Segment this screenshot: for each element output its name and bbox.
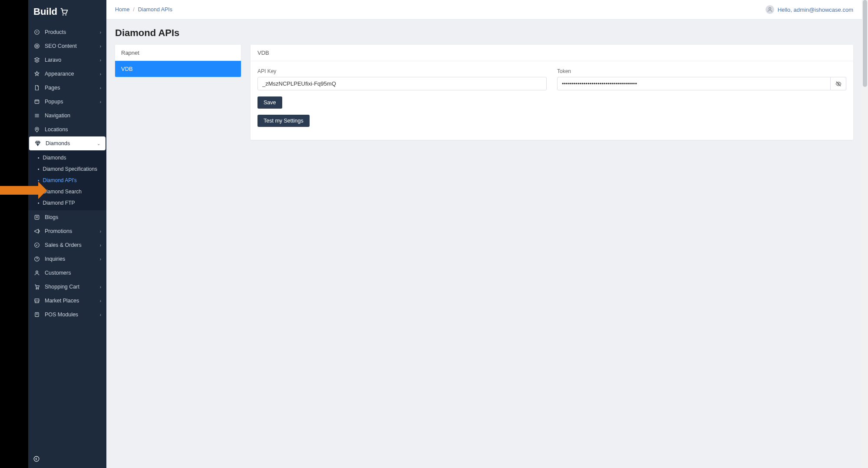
chevron-down-icon: ⌄ — [97, 141, 100, 146]
sidebar-item-appearance[interactable]: Appearance› — [28, 67, 106, 81]
left-strip — [0, 0, 28, 468]
api-key-label: API Key — [257, 68, 547, 74]
breadcrumb-current[interactable]: Diamond APIs — [138, 7, 172, 13]
sidebar-subitem-diamonds[interactable]: Diamonds — [28, 152, 106, 163]
sidebar-item-label: Blogs — [45, 214, 101, 220]
svg-point-1 — [65, 14, 66, 16]
sidebar-item-label: Sales & Orders — [45, 242, 100, 248]
brand-logo[interactable]: Build — [28, 0, 106, 25]
user-greeting-text: Hello, admin@ishowcase.com — [778, 7, 853, 13]
laravo-icon — [33, 56, 40, 63]
brand-text: Build — [33, 6, 57, 17]
sidebar-item-label: Customers — [45, 270, 101, 276]
arrow-callout — [0, 186, 38, 195]
appearance-icon — [33, 70, 40, 77]
sidebar-item-pages[interactable]: Pages› — [28, 81, 106, 95]
chevron-right-icon: › — [100, 86, 101, 90]
sidebar-item-seo-content[interactable]: SEO Content› — [28, 39, 106, 53]
svg-point-5 — [36, 45, 38, 47]
sidebar-item-navigation[interactable]: Navigation — [28, 109, 106, 123]
scrollbar-thumb[interactable] — [863, 0, 867, 87]
sidebar-item-popups[interactable]: Popups› — [28, 95, 106, 109]
form-panel: VDB API Key Token — [251, 45, 853, 140]
nav-icon — [33, 112, 40, 119]
promo-icon — [33, 228, 40, 235]
orders-icon — [33, 242, 40, 249]
svg-point-20 — [38, 289, 39, 289]
tabs-panel: RapnetVDB — [115, 45, 241, 77]
scrollbar[interactable] — [862, 0, 868, 468]
sidebar-item-customers[interactable]: Customers — [28, 266, 106, 280]
pages-icon — [33, 84, 40, 91]
sidebar-item-sales-orders[interactable]: Sales & Orders› — [28, 238, 106, 252]
sidebar-item-label: Popups — [45, 99, 100, 105]
seo-icon — [33, 43, 40, 50]
chevron-right-icon: › — [100, 285, 101, 289]
main: Home / Diamond APIs Hello, admin@ishowca… — [106, 0, 862, 468]
chevron-right-icon: › — [100, 72, 101, 76]
breadcrumb-sep: / — [133, 7, 134, 13]
token-label: Token — [557, 68, 846, 74]
api-key-input[interactable] — [257, 77, 547, 90]
inquiries-icon — [33, 256, 40, 262]
svg-point-4 — [35, 44, 40, 49]
sidebar-item-market-places[interactable]: Market Places› — [28, 294, 106, 308]
form-header: VDB — [251, 45, 853, 61]
customers-icon — [33, 269, 40, 276]
user-greeting[interactable]: Hello, admin@ishowcase.com — [766, 5, 853, 14]
breadcrumb: Home / Diamond APIs — [115, 7, 172, 13]
sidebar-item-promotions[interactable]: Promotions› — [28, 224, 106, 238]
sidebar-item-label: Diamonds — [46, 140, 97, 146]
content: Diamond APIs RapnetVDB VDB API Key Tok — [106, 20, 862, 148]
sidebar-footer — [28, 451, 106, 468]
svg-point-19 — [36, 289, 37, 289]
sidebar-item-label: Shopping Cart — [45, 284, 100, 290]
diamond-icon — [34, 140, 41, 147]
sidebar-item-diamonds[interactable]: Diamonds⌄ — [29, 136, 106, 150]
sidebar-item-label: POS Modules — [45, 312, 100, 318]
svg-point-18 — [36, 271, 38, 273]
toggle-visibility-button[interactable] — [831, 77, 846, 90]
sidebar-item-blogs[interactable]: Blogs — [28, 210, 106, 224]
save-button[interactable]: Save — [257, 96, 282, 109]
sidebar-item-label: Products — [45, 29, 100, 35]
chevron-right-icon: › — [100, 30, 101, 35]
sidebar-item-products[interactable]: PProducts› — [28, 25, 106, 39]
sidebar-item-locations[interactable]: Locations — [28, 123, 106, 136]
chevron-right-icon: › — [100, 243, 101, 248]
sidebar-item-label: Navigation — [45, 113, 101, 119]
chevron-right-icon: › — [100, 44, 101, 49]
sidebar-item-label: Appearance — [45, 71, 100, 77]
svg-point-24 — [34, 456, 39, 461]
breadcrumb-home[interactable]: Home — [115, 7, 129, 13]
chevron-right-icon: › — [100, 100, 101, 104]
topbar: Home / Diamond APIs Hello, admin@ishowca… — [106, 0, 862, 20]
page-title: Diamond APIs — [115, 27, 853, 39]
tab-vdb[interactable]: VDB — [115, 61, 241, 77]
location-icon — [33, 126, 40, 133]
sidebar-item-label: Pages — [45, 85, 100, 91]
sidebar-item-label: Inquiries — [45, 256, 100, 262]
test-settings-button[interactable]: Test my Settings — [257, 115, 310, 127]
svg-point-17 — [37, 260, 37, 260]
sidebar-item-laravo[interactable]: Laravo› — [28, 53, 106, 67]
sidebar-subitem-diamond-specifications[interactable]: Diamond Specifications — [28, 163, 106, 175]
sidebar-item-pos-modules[interactable]: POS Modules› — [28, 308, 106, 322]
sidebar-item-label: SEO Content — [45, 43, 100, 49]
market-icon — [33, 297, 40, 304]
back-icon[interactable] — [33, 456, 40, 463]
sidebar-item-shopping-cart[interactable]: Shopping Cart› — [28, 280, 106, 294]
sidebar-item-inquiries[interactable]: Inquiries› — [28, 252, 106, 266]
tab-rapnet[interactable]: Rapnet — [115, 45, 241, 61]
token-input[interactable] — [557, 77, 831, 90]
product-icon: P — [33, 29, 40, 36]
chevron-right-icon: › — [100, 229, 101, 234]
chevron-right-icon: › — [100, 257, 101, 262]
svg-text:P: P — [36, 31, 38, 33]
svg-point-11 — [36, 128, 38, 129]
chevron-right-icon: › — [100, 312, 101, 317]
popups-icon — [33, 98, 40, 105]
pos-icon — [33, 311, 40, 318]
chevron-right-icon: › — [100, 299, 101, 303]
svg-point-0 — [63, 14, 64, 16]
